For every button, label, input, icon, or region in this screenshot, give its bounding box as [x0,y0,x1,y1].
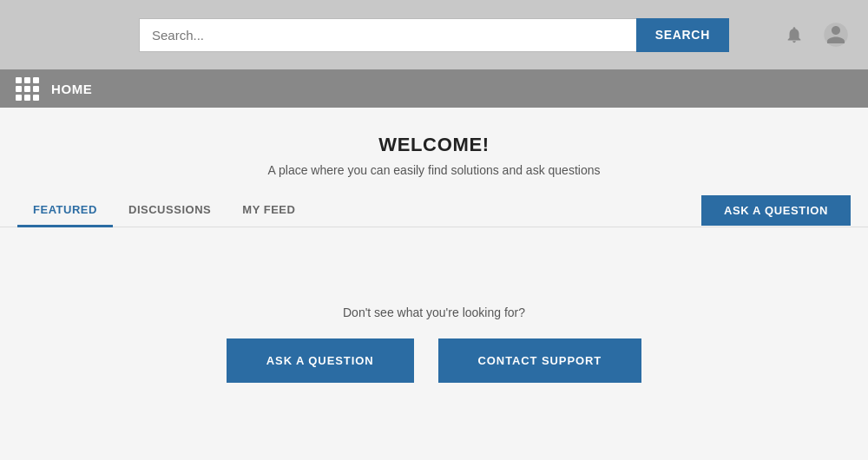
tabs-row: FEATURED DISCUSSIONS MY FEED ASK A QUEST… [0,194,868,227]
header: SEARCH [0,0,868,69]
header-icons [779,20,851,49]
main-content: WELCOME! A place where you can easily fi… [0,108,868,460]
search-input[interactable] [139,18,636,52]
notification-bell-icon[interactable] [779,20,809,49]
ask-question-button[interactable]: ASK A QUESTION [227,338,414,383]
tab-my-feed[interactable]: MY FEED [227,194,311,227]
contact-support-button[interactable]: CONTACT SUPPORT [438,338,642,383]
tab-discussions[interactable]: DISCUSSIONS [113,194,227,227]
search-button[interactable]: SEARCH [636,18,729,52]
ask-question-top-button[interactable]: ASK A QUESTION [701,195,851,226]
navbar: HOME [0,69,868,108]
grid-menu-icon[interactable] [16,77,39,101]
tab-featured[interactable]: FEATURED [17,194,113,227]
welcome-title: WELCOME! [17,134,851,156]
welcome-subtitle: A place where you can easily find soluti… [17,163,851,177]
welcome-section: WELCOME! A place where you can easily fi… [0,108,868,194]
user-avatar-icon[interactable] [821,20,851,49]
lower-section: Don't see what you're looking for? ASK A… [0,227,868,460]
home-nav-label[interactable]: HOME [51,82,92,96]
looking-for-text: Don't see what you're looking for? [343,306,525,319]
search-bar: SEARCH [139,18,729,52]
action-buttons: ASK A QUESTION CONTACT SUPPORT [227,338,641,383]
